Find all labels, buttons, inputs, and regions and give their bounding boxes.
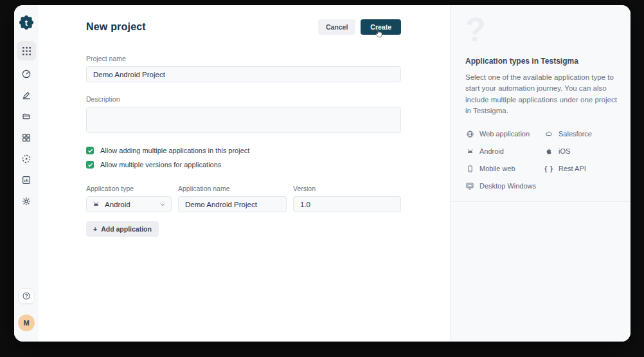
sidebar-item-projects-active[interactable] — [17, 41, 36, 60]
user-avatar[interactable]: M — [18, 315, 35, 331]
cloud-icon — [544, 129, 553, 138]
type-android: Android — [465, 147, 544, 156]
help-button[interactable] — [19, 288, 34, 304]
sidebar-item-dashboard[interactable] — [18, 66, 35, 82]
apple-icon — [544, 147, 553, 156]
sidebar-item-elements[interactable] — [18, 109, 35, 124]
option-multiple-versions: Allow multiple versions for applications — [86, 161, 401, 169]
description-input[interactable] — [86, 107, 401, 133]
application-type-value: Android — [105, 201, 155, 208]
help-panel-description: Select one of the available application … — [465, 72, 618, 116]
type-desktop-windows: Desktop Windows — [465, 181, 544, 190]
question-circle-icon — [22, 291, 31, 300]
four-squares-icon — [21, 133, 31, 143]
application-name-input[interactable] — [178, 196, 287, 212]
android-icon — [465, 147, 474, 156]
bar-chart-icon — [21, 175, 31, 185]
application-type-select[interactable]: Android — [86, 196, 172, 212]
description-label: Description — [86, 95, 401, 103]
question-watermark: ? — [465, 12, 616, 48]
version-label: Version — [293, 185, 401, 192]
check-icon — [87, 148, 93, 154]
braces-icon: { } — [544, 164, 553, 173]
add-application-label: Add application — [101, 225, 152, 233]
pencil-icon — [21, 90, 31, 100]
create-button[interactable]: Create — [361, 19, 401, 35]
sidebar-item-create-tests[interactable] — [18, 87, 35, 103]
run-play-icon — [21, 154, 31, 164]
type-mobile-web: Mobile web — [465, 164, 544, 173]
folder-icon — [21, 111, 31, 122]
application-type-label: Application type — [86, 185, 172, 192]
check-icon — [87, 162, 93, 168]
application-name-label: Application name — [178, 185, 287, 192]
page-header: New project Cancel Create — [86, 19, 401, 35]
option-multiple-applications: Allow adding multiple applications in th… — [86, 147, 401, 154]
testsigma-logo-icon[interactable]: t — [19, 15, 34, 30]
help-panel-title: Application types in Testsigma — [465, 57, 616, 66]
plus-icon: + — [93, 225, 97, 233]
svg-text:t: t — [25, 18, 28, 28]
panel-divider — [451, 201, 631, 202]
checkbox-multiple-versions[interactable] — [86, 161, 94, 169]
gauge-icon — [21, 69, 31, 79]
android-icon — [92, 200, 100, 208]
globe-icon — [465, 129, 474, 138]
grid-dots-icon — [22, 46, 31, 56]
application-types-list: Web application Salesforce Android iOS — [465, 129, 616, 190]
main-content: New project Cancel Create Project name D… — [39, 5, 450, 342]
help-panel: ? Application types in Testsigma Select … — [450, 5, 631, 342]
sidebar-item-reports[interactable] — [18, 172, 35, 188]
chevron-down-icon — [159, 201, 166, 208]
sidebar: t — [14, 5, 39, 342]
app-window: t — [14, 5, 631, 342]
gear-icon — [21, 196, 31, 206]
checkbox-label: Allow multiple versions for applications — [100, 161, 221, 169]
version-input[interactable] — [293, 196, 401, 212]
page-title: New project — [86, 21, 146, 33]
project-name-label: Project name — [86, 55, 401, 62]
type-web-application: Web application — [465, 129, 544, 138]
add-application-button[interactable]: + Add application — [86, 221, 159, 237]
sidebar-item-test-suites[interactable] — [18, 130, 35, 145]
checkbox-label: Allow adding multiple applications in th… — [100, 147, 249, 154]
type-rest-api: { } Rest API — [544, 164, 616, 173]
type-salesforce: Salesforce — [544, 129, 616, 138]
monitor-icon — [465, 181, 474, 190]
sidebar-item-settings[interactable] — [18, 194, 35, 209]
mobile-icon — [465, 164, 474, 173]
cancel-button[interactable]: Cancel — [318, 19, 355, 35]
checkbox-multiple-applications[interactable] — [86, 147, 94, 154]
project-name-input[interactable] — [86, 66, 401, 82]
sidebar-item-test-runs[interactable] — [18, 151, 35, 167]
type-ios: iOS — [544, 147, 616, 156]
